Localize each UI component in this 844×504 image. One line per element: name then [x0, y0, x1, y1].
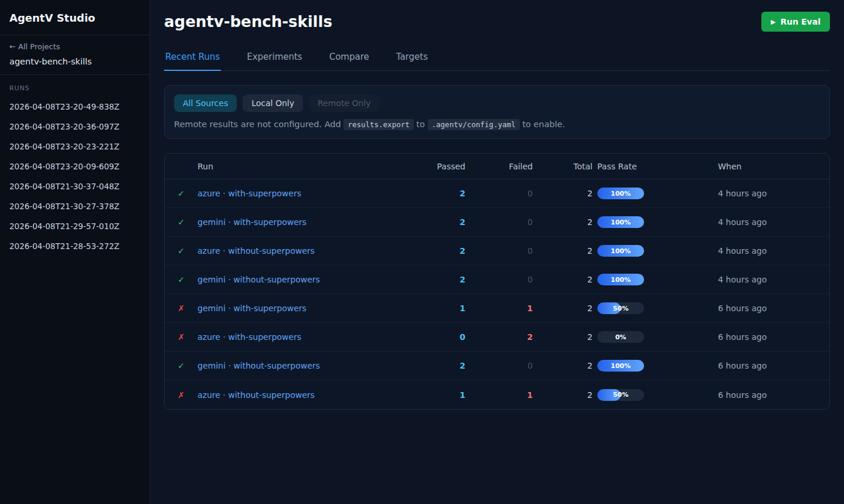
note-middle: to — [414, 120, 428, 129]
pass-rate-cell: 50% — [595, 389, 718, 401]
total-count: 2 — [535, 304, 595, 313]
when-cell: 6 hours ago — [718, 390, 829, 400]
source-filter-card: All SourcesLocal OnlyRemote Only Remote … — [164, 85, 830, 139]
run-link[interactable]: azure · without-superpowers — [198, 246, 315, 256]
passed-count: 2 — [406, 275, 468, 284]
pass-check-icon: ✓ — [178, 246, 185, 256]
sidebar-run-item[interactable]: 2026-04-08T21-29-57-010Z — [0, 216, 149, 236]
tab-targets[interactable]: Targets — [395, 48, 429, 71]
table-row: ✗azure · without-superpowers11250%6 hour… — [165, 380, 829, 409]
run-link[interactable]: azure · without-superpowers — [198, 390, 315, 400]
run-link[interactable]: gemini · with-superpowers — [198, 304, 307, 313]
run-cell: azure · with-superpowers — [198, 189, 406, 198]
all-projects-back-link[interactable]: ← All Projects — [9, 42, 140, 51]
runs-section-label: RUNS — [0, 75, 149, 97]
status-cell: ✓ — [165, 217, 198, 227]
pass-rate-badge: 50% — [597, 389, 644, 401]
sidebar-run-item[interactable]: 2026-04-08T23-20-09-609Z — [0, 156, 149, 176]
passed-count: 1 — [406, 390, 468, 400]
run-eval-label: Run Eval — [780, 17, 821, 26]
failed-count: 0 — [468, 246, 535, 256]
note-prefix: Remote results are not configured. Add — [174, 120, 343, 129]
sidebar-run-item[interactable]: 2026-04-08T23-20-49-838Z — [0, 97, 149, 117]
sidebar-project-block: ← All Projects agentv-bench-skills — [0, 35, 149, 75]
sidebar-run-item[interactable]: 2026-04-08T21-30-27-378Z — [0, 196, 149, 216]
pass-rate-cell: 100% — [595, 360, 718, 372]
main-header: agentv-bench-skills ▶ Run Eval — [164, 0, 830, 32]
run-link[interactable]: gemini · without-superpowers — [198, 275, 320, 284]
status-cell: ✗ — [165, 304, 198, 313]
run-link[interactable]: gemini · without-superpowers — [198, 361, 320, 370]
run-cell: azure · without-superpowers — [198, 390, 406, 400]
filter-pill-remote-only: Remote Only — [309, 94, 380, 112]
tab-compare[interactable]: Compare — [328, 48, 370, 71]
tab-experiments[interactable]: Experiments — [246, 48, 303, 71]
filter-pill-all-sources[interactable]: All Sources — [174, 94, 237, 112]
total-count: 2 — [535, 275, 595, 284]
failed-count: 1 — [468, 390, 535, 400]
runs-table-body: ✓azure · with-superpowers202100%4 hours … — [165, 179, 829, 409]
play-icon: ▶ — [771, 18, 775, 26]
note-suffix: to enable. — [520, 120, 566, 129]
total-count: 2 — [535, 390, 595, 400]
code-results-export: results.export — [343, 119, 413, 130]
pass-rate-label: 100% — [597, 188, 644, 199]
total-count: 2 — [535, 246, 595, 256]
run-link[interactable]: azure · with-superpowers — [198, 332, 301, 342]
tabs: Recent RunsExperimentsCompareTargets — [164, 48, 830, 71]
pass-rate-badge: 100% — [597, 274, 644, 285]
when-cell: 4 hours ago — [718, 189, 829, 198]
status-cell: ✓ — [165, 275, 198, 284]
page-title: agentv-bench-skills — [164, 13, 332, 30]
table-row: ✗azure · with-superpowers0220%6 hours ag… — [165, 323, 829, 352]
run-cell: gemini · with-superpowers — [198, 304, 406, 313]
table-row: ✓gemini · without-superpowers202100%6 ho… — [165, 352, 829, 380]
pass-check-icon: ✓ — [178, 189, 185, 198]
pass-rate-cell: 100% — [595, 188, 718, 199]
failed-count: 0 — [468, 189, 535, 198]
run-cell: gemini · with-superpowers — [198, 217, 406, 227]
pass-rate-badge: 100% — [597, 245, 644, 257]
status-cell: ✗ — [165, 332, 198, 342]
run-cell: gemini · without-superpowers — [198, 361, 406, 370]
source-filter-pills: All SourcesLocal OnlyRemote Only — [174, 94, 820, 112]
sidebar: AgentV Studio ← All Projects agentv-benc… — [0, 0, 150, 504]
when-cell: 4 hours ago — [718, 246, 829, 256]
column-header-pass-rate: Pass Rate — [595, 162, 718, 171]
status-cell: ✓ — [165, 361, 198, 370]
column-header-failed: Failed — [468, 162, 535, 171]
pass-rate-label: 100% — [597, 245, 644, 257]
pass-rate-badge: 0% — [597, 331, 644, 343]
pass-rate-label: 50% — [597, 302, 644, 314]
status-cell: ✓ — [165, 246, 198, 256]
column-header-when: When — [718, 162, 829, 171]
failed-count: 0 — [468, 275, 535, 284]
table-row: ✓gemini · without-superpowers202100%4 ho… — [165, 265, 829, 294]
run-list: 2026-04-08T23-20-49-838Z2026-04-08T23-20… — [0, 97, 149, 256]
filter-pill-local-only[interactable]: Local Only — [243, 94, 303, 112]
pass-check-icon: ✓ — [178, 217, 185, 227]
sidebar-run-item[interactable]: 2026-04-08T21-30-37-048Z — [0, 176, 149, 196]
run-eval-button[interactable]: ▶ Run Eval — [761, 12, 830, 32]
run-link[interactable]: gemini · with-superpowers — [198, 217, 307, 227]
pass-rate-badge: 100% — [597, 360, 644, 372]
sidebar-run-item[interactable]: 2026-04-08T21-28-53-272Z — [0, 236, 149, 256]
total-count: 2 — [535, 361, 595, 370]
when-cell: 6 hours ago — [718, 304, 829, 313]
main-content: agentv-bench-skills ▶ Run Eval Recent Ru… — [150, 0, 844, 504]
status-cell: ✗ — [165, 390, 198, 400]
pass-rate-label: 100% — [597, 216, 644, 228]
sidebar-run-item[interactable]: 2026-04-08T23-20-36-097Z — [0, 117, 149, 137]
run-link[interactable]: azure · with-superpowers — [198, 189, 301, 198]
passed-count: 2 — [406, 189, 468, 198]
status-cell: ✓ — [165, 189, 198, 198]
runs-table: Run Passed Failed Total Pass Rate When ✓… — [164, 153, 830, 410]
passed-count: 1 — [406, 304, 468, 313]
run-cell: azure · with-superpowers — [198, 332, 406, 342]
tab-recent-runs[interactable]: Recent Runs — [164, 48, 221, 71]
pass-rate-label: 0% — [597, 331, 644, 343]
column-header-run: Run — [198, 162, 406, 171]
pass-rate-badge: 100% — [597, 188, 644, 199]
sidebar-run-item[interactable]: 2026-04-08T23-20-23-221Z — [0, 137, 149, 156]
table-row: ✓azure · without-superpowers202100%4 hou… — [165, 237, 829, 265]
